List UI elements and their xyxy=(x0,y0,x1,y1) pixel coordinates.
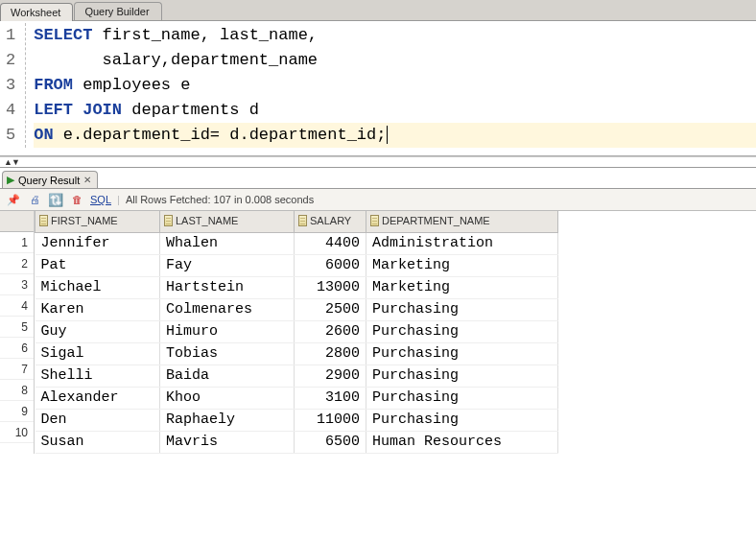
table-row[interactable]: SusanMavris6500Human Resources xyxy=(35,431,558,453)
results-table[interactable]: FIRST_NAMELAST_NAMESALARYDEPARTMENT_NAME… xyxy=(35,211,558,454)
splitter-handle-icon: ▲▼ xyxy=(4,157,19,167)
row-number-column: 12345678910 xyxy=(0,211,35,454)
row-number: 4 xyxy=(0,295,34,317)
row-number: 1 xyxy=(0,232,34,253)
cell[interactable]: Purchasing xyxy=(366,342,558,365)
column-header[interactable]: FIRST_NAME xyxy=(35,211,160,232)
cell[interactable]: 2500 xyxy=(295,298,366,320)
pane-splitter[interactable]: ▲▼ xyxy=(0,156,756,168)
line-number: 2 xyxy=(6,48,15,73)
cell[interactable]: 13000 xyxy=(295,276,366,298)
cell[interactable]: Mavris xyxy=(160,431,295,453)
row-number: 8 xyxy=(0,380,34,401)
line-gutter: 12345 xyxy=(0,23,25,148)
pin-icon[interactable]: 📌 xyxy=(6,192,21,207)
table-row[interactable]: DenRaphaely11000Purchasing xyxy=(35,409,558,431)
column-icon xyxy=(298,215,307,226)
column-icon xyxy=(370,215,379,226)
worksheet-tabs: Worksheet Query Builder xyxy=(0,0,756,21)
table-row[interactable]: GuyHimuro2600Purchasing xyxy=(35,320,558,342)
code-line[interactable]: ON e.department_id= d.department_id; xyxy=(34,123,756,148)
row-number: 7 xyxy=(0,359,34,380)
cell[interactable]: Jennifer xyxy=(35,232,160,254)
cell[interactable]: 3100 xyxy=(295,387,366,409)
cell[interactable]: Tobias xyxy=(160,342,295,365)
column-header[interactable]: LAST_NAME xyxy=(160,211,295,232)
cell[interactable]: Administration xyxy=(366,232,558,254)
cell[interactable]: Human Resources xyxy=(366,431,558,453)
cell[interactable]: 2600 xyxy=(295,320,366,342)
cell[interactable]: Pat xyxy=(35,254,160,276)
table-row[interactable]: JenniferWhalen4400Administration xyxy=(35,232,558,254)
results-data: FIRST_NAMELAST_NAMESALARYDEPARTMENT_NAME… xyxy=(35,211,558,454)
table-row[interactable]: KarenColmenares2500Purchasing xyxy=(35,298,558,320)
cell[interactable]: Fay xyxy=(160,254,295,276)
cell[interactable]: Himuro xyxy=(160,320,295,342)
cell[interactable]: Colmenares xyxy=(160,298,295,320)
cell[interactable]: Guy xyxy=(35,320,160,342)
line-number: 5 xyxy=(6,123,15,148)
cell[interactable]: Susan xyxy=(35,431,160,453)
code-line[interactable]: salary,department_name xyxy=(34,48,756,73)
code-line[interactable]: LEFT JOIN departments d xyxy=(34,98,756,123)
cell[interactable]: Marketing xyxy=(366,254,558,276)
cell[interactable]: Den xyxy=(35,409,160,431)
code-area[interactable]: SELECT first_name, last_name, salary,dep… xyxy=(25,23,756,148)
column-icon xyxy=(39,215,48,226)
clear-icon[interactable]: 🗑 xyxy=(69,192,84,207)
refresh-icon[interactable]: 🔃 xyxy=(48,192,63,207)
column-header[interactable]: SALARY xyxy=(295,211,366,232)
cell[interactable]: 11000 xyxy=(295,409,366,431)
tab-query-builder[interactable]: Query Builder xyxy=(74,2,161,20)
column-label: SALARY xyxy=(310,215,351,226)
cell[interactable]: Baida xyxy=(160,365,295,387)
code-line[interactable]: FROM employees e xyxy=(34,73,756,98)
cell[interactable]: 2900 xyxy=(295,365,366,387)
column-header[interactable]: DEPARTMENT_NAME xyxy=(366,211,558,232)
cell[interactable]: 6000 xyxy=(295,254,366,276)
cell[interactable]: 6500 xyxy=(295,431,366,453)
cell[interactable]: Sigal xyxy=(35,342,160,365)
run-icon: ▶ xyxy=(7,174,14,186)
line-number: 1 xyxy=(6,23,15,48)
result-tab-label: Query Result xyxy=(18,175,80,186)
print-icon[interactable]: 🖨 xyxy=(27,192,42,207)
row-number: 3 xyxy=(0,274,34,295)
row-number: 9 xyxy=(0,401,34,422)
cell[interactable]: Purchasing xyxy=(366,409,558,431)
tab-worksheet[interactable]: Worksheet xyxy=(0,3,73,21)
cell[interactable]: Khoo xyxy=(160,387,295,409)
row-number: 10 xyxy=(0,422,34,443)
sql-link[interactable]: SQL xyxy=(90,194,111,205)
tab-query-result[interactable]: ▶ Query Result ✕ xyxy=(2,171,98,188)
close-icon[interactable]: ✕ xyxy=(83,175,91,185)
sql-editor[interactable]: 12345 SELECT first_name, last_name, sala… xyxy=(0,21,756,156)
result-toolbar: 📌 🖨 🔃 🗑 SQL | All Rows Fetched: 107 in 0… xyxy=(0,189,756,211)
table-row[interactable]: PatFay6000Marketing xyxy=(35,254,558,276)
table-row[interactable]: MichaelHartstein13000Marketing xyxy=(35,276,558,298)
cell[interactable]: Marketing xyxy=(366,276,558,298)
fetch-status: All Rows Fetched: 107 in 0.008 seconds xyxy=(126,194,314,205)
cell[interactable]: Purchasing xyxy=(366,298,558,320)
cell[interactable]: Hartstein xyxy=(160,276,295,298)
table-row[interactable]: AlexanderKhoo3100Purchasing xyxy=(35,387,558,409)
cell[interactable]: Purchasing xyxy=(366,365,558,387)
cell[interactable]: Raphaely xyxy=(160,409,295,431)
table-row[interactable]: ShelliBaida2900Purchasing xyxy=(35,365,558,387)
row-number: 2 xyxy=(0,253,34,274)
cell[interactable]: Alexander xyxy=(35,387,160,409)
code-line[interactable]: SELECT first_name, last_name, xyxy=(34,23,756,48)
cell[interactable]: 4400 xyxy=(295,232,366,254)
cell[interactable]: Shelli xyxy=(35,365,160,387)
cell[interactable]: Purchasing xyxy=(366,387,558,409)
line-number: 3 xyxy=(6,73,15,98)
column-label: DEPARTMENT_NAME xyxy=(382,215,490,226)
table-row[interactable]: SigalTobias2800Purchasing xyxy=(35,342,558,365)
cell[interactable]: 2800 xyxy=(295,342,366,365)
row-number: 5 xyxy=(0,317,34,338)
row-number: 6 xyxy=(0,338,34,359)
cell[interactable]: Karen xyxy=(35,298,160,320)
cell[interactable]: Whalen xyxy=(160,232,295,254)
cell[interactable]: Michael xyxy=(35,276,160,298)
cell[interactable]: Purchasing xyxy=(366,320,558,342)
